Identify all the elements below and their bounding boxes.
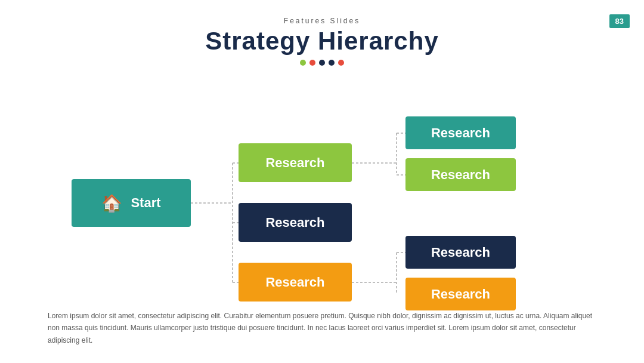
diagram: 🏠 Start Research Research Research Resea…	[36, 78, 608, 293]
footer-text: Lorem ipsum dolor sit amet, consectetur …	[48, 310, 596, 346]
top-green-box: Research	[239, 143, 352, 182]
dot-5	[338, 60, 344, 66]
r4-orange-box: Research	[405, 278, 516, 310]
mid-dark-label: Research	[265, 215, 324, 230]
r3-dark-box: Research	[405, 236, 516, 269]
mid-dark-box: Research	[239, 203, 352, 242]
bot-orange-label: Research	[265, 275, 324, 290]
start-box: 🏠 Start	[72, 179, 191, 227]
r4-orange-label: Research	[431, 287, 490, 302]
header: Features Slides Strategy Hierarchy	[0, 0, 644, 66]
r2-green-box: Research	[405, 158, 516, 191]
top-green-label: Research	[265, 155, 324, 171]
home-icon: 🏠	[101, 193, 122, 213]
r3-dark-label: Research	[431, 245, 490, 260]
dot-1	[300, 60, 306, 66]
r1-teal-box: Research	[405, 116, 516, 149]
dot-3	[319, 60, 325, 66]
header-title: Strategy Hierarchy	[0, 27, 644, 55]
header-subtitle: Features Slides	[0, 17, 644, 25]
start-label: Start	[131, 195, 160, 211]
page-number: 83	[609, 14, 630, 28]
dot-2	[309, 60, 315, 66]
r2-green-label: Research	[431, 167, 490, 183]
dot-4	[329, 60, 335, 66]
header-dots	[0, 60, 644, 66]
bot-orange-box: Research	[239, 263, 352, 302]
r1-teal-label: Research	[431, 125, 490, 141]
